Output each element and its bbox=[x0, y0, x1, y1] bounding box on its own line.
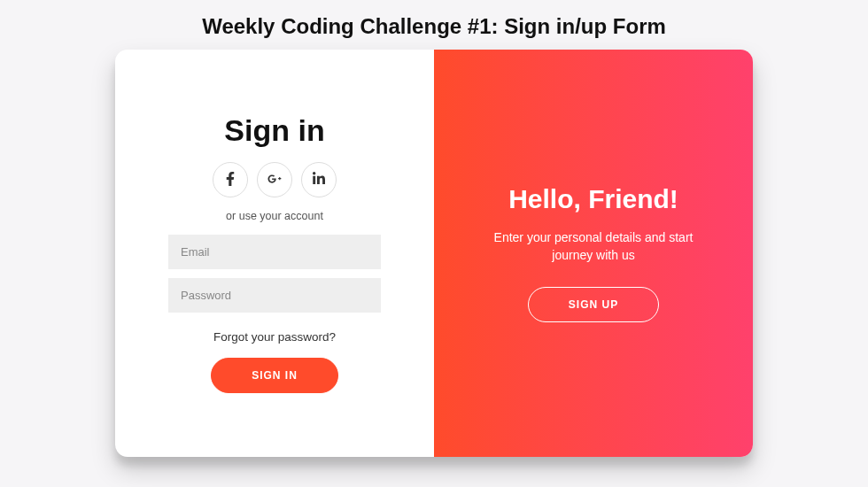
email-field[interactable] bbox=[168, 235, 381, 269]
signin-heading: Sign in bbox=[224, 113, 324, 148]
social-row bbox=[213, 162, 337, 197]
password-field[interactable] bbox=[168, 278, 381, 313]
facebook-icon bbox=[223, 172, 237, 189]
linkedin-button[interactable] bbox=[301, 162, 337, 197]
signin-button[interactable]: Sign In bbox=[211, 358, 338, 393]
signup-button[interactable]: Sign Up bbox=[528, 287, 659, 322]
google-plus-icon bbox=[267, 172, 282, 189]
overlay-panel: Hello, Friend! Enter your personal detai… bbox=[434, 50, 753, 457]
overlay-text: Enter your personal details and start jo… bbox=[473, 228, 714, 265]
forgot-password-link[interactable]: Forgot your password? bbox=[213, 330, 336, 344]
facebook-button[interactable] bbox=[213, 162, 248, 197]
page-title: Weekly Coding Challenge #1: Sign in/up F… bbox=[0, 0, 868, 50]
auth-card: Sign in or use your account Forgot your bbox=[115, 50, 753, 457]
signin-hint: or use your account bbox=[226, 210, 323, 222]
signin-panel: Sign in or use your account Forgot your bbox=[115, 50, 434, 457]
google-button[interactable] bbox=[257, 162, 292, 197]
linkedin-icon bbox=[312, 172, 326, 189]
overlay-heading: Hello, Friend! bbox=[508, 184, 678, 214]
